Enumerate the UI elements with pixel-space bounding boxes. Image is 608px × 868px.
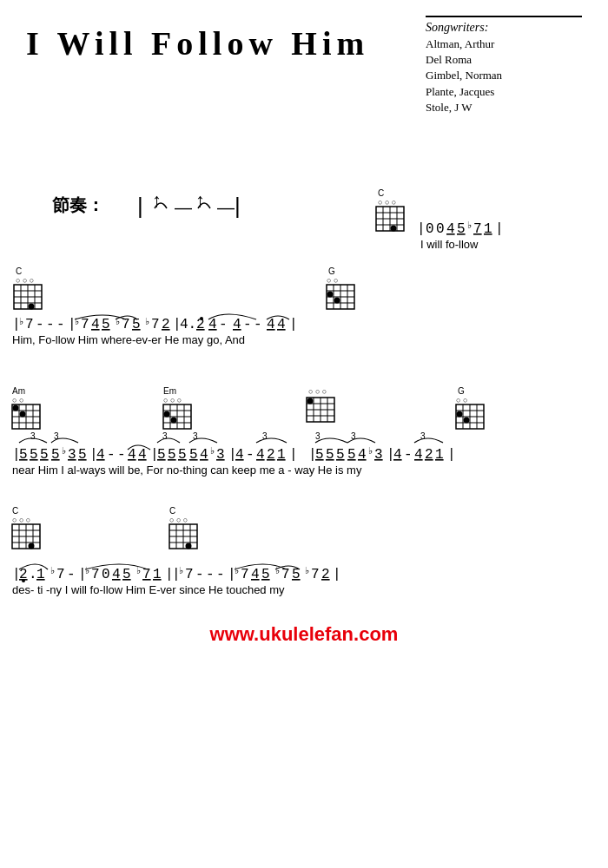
svg-text:-: - bbox=[246, 447, 254, 463]
svg-text:♭: ♭ bbox=[467, 220, 472, 231]
svg-text:Em: Em bbox=[163, 386, 176, 396]
svg-text:4.: 4. bbox=[180, 317, 196, 332]
svg-point-119 bbox=[464, 417, 470, 423]
svg-text:○ ○ ○: ○ ○ ○ bbox=[16, 276, 34, 285]
svg-text:-: - bbox=[36, 317, 44, 332]
svg-text:4: 4 bbox=[446, 221, 455, 237]
svg-text:7: 7 bbox=[56, 567, 65, 582]
svg-text:1: 1 bbox=[153, 567, 162, 582]
svg-text:|: | bbox=[495, 221, 504, 237]
svg-text:7: 7 bbox=[473, 221, 482, 237]
svg-text:○ ○ ○: ○ ○ ○ bbox=[163, 396, 182, 404]
svg-text:5: 5 bbox=[157, 447, 166, 463]
svg-text:4: 4 bbox=[256, 447, 265, 463]
songwriter-5: Stole, J W bbox=[426, 100, 582, 115]
svg-text:3: 3 bbox=[374, 447, 383, 463]
svg-text:1: 1 bbox=[435, 447, 444, 463]
svg-text:7: 7 bbox=[151, 317, 160, 332]
songwriter-1: Altman, Arthur bbox=[426, 36, 582, 52]
svg-text:0: 0 bbox=[426, 221, 434, 237]
svg-text:-: - bbox=[243, 317, 252, 332]
svg-text:G: G bbox=[458, 386, 465, 396]
svg-point-108 bbox=[307, 398, 314, 404]
svg-text:des- ti -ny          I will  f: des- ti -ny I will fo-llow Him E-ver sin… bbox=[12, 583, 285, 596]
svg-text:5: 5 bbox=[347, 447, 356, 463]
svg-text:♭: ♭ bbox=[19, 317, 23, 327]
song-title: I Will Follow Him bbox=[26, 16, 369, 62]
svg-point-195 bbox=[22, 579, 25, 582]
svg-point-16 bbox=[391, 225, 397, 231]
svg-text:♭: ♭ bbox=[235, 566, 239, 576]
svg-text:4: 4 bbox=[358, 447, 367, 463]
svg-text:節奏：: 節奏： bbox=[52, 195, 104, 214]
svg-text:3: 3 bbox=[216, 447, 225, 463]
svg-text:♭: ♭ bbox=[136, 566, 141, 576]
svg-text:5: 5 bbox=[261, 567, 270, 582]
svg-point-68 bbox=[200, 317, 203, 320]
svg-text:4: 4 bbox=[112, 567, 121, 582]
svg-text:3: 3 bbox=[30, 431, 36, 441]
svg-text:♭: ♭ bbox=[50, 566, 55, 576]
svg-text:♭: ♭ bbox=[179, 566, 183, 576]
svg-text:5: 5 bbox=[40, 447, 49, 463]
svg-text:-: - bbox=[56, 317, 65, 332]
svg-text:4: 4 bbox=[96, 447, 105, 463]
svg-text:5: 5 bbox=[102, 317, 110, 332]
svg-text:4: 4 bbox=[235, 447, 244, 463]
svg-text:|: | bbox=[289, 447, 298, 463]
svg-text:○  ○: ○ ○ bbox=[327, 276, 338, 285]
songwriter-3: Gimbel, Norman bbox=[426, 68, 582, 83]
svg-point-98 bbox=[164, 411, 170, 417]
svg-text:|: | bbox=[417, 221, 426, 237]
svg-text:5: 5 bbox=[178, 447, 187, 463]
svg-text:♭: ♭ bbox=[62, 446, 66, 457]
footer-url: www.ukulelefan.com bbox=[209, 623, 399, 645]
svg-text:near Him I  al-ways will be,  : near Him I al-ways will be, For no-thing… bbox=[12, 464, 362, 477]
svg-text:4: 4 bbox=[277, 317, 286, 332]
svg-text:4: 4 bbox=[393, 447, 402, 463]
svg-text:2: 2 bbox=[162, 317, 170, 332]
svg-text:Am: Am bbox=[12, 386, 25, 396]
svg-text:7: 7 bbox=[81, 317, 89, 332]
svg-text:5: 5 bbox=[457, 221, 466, 237]
svg-text:♭: ♭ bbox=[368, 446, 373, 457]
svg-text:1: 1 bbox=[36, 567, 45, 582]
svg-text:C: C bbox=[12, 506, 18, 516]
svg-text:7: 7 bbox=[25, 317, 34, 332]
svg-text:7: 7 bbox=[241, 567, 249, 582]
songwriter-2: Del Roma bbox=[426, 52, 582, 68]
svg-point-46 bbox=[327, 291, 334, 297]
svg-text:4: 4 bbox=[128, 447, 136, 463]
svg-text:-: - bbox=[117, 447, 126, 463]
svg-point-47 bbox=[334, 297, 340, 303]
svg-text:7: 7 bbox=[91, 567, 100, 582]
svg-text:|: | bbox=[447, 447, 456, 463]
svg-text:5: 5 bbox=[30, 447, 38, 463]
svg-text:5: 5 bbox=[315, 447, 324, 463]
svg-text:-: - bbox=[67, 567, 76, 582]
svg-text:—: — bbox=[175, 198, 192, 217]
svg-text:-: - bbox=[206, 567, 215, 582]
svg-point-36 bbox=[29, 303, 35, 309]
header: I Will Follow Him Songwriters: Altman, A… bbox=[0, 0, 608, 115]
svg-text:5: 5 bbox=[51, 447, 60, 463]
svg-text:4: 4 bbox=[414, 447, 423, 463]
svg-text:1: 1 bbox=[277, 447, 286, 463]
svg-text:○  ○: ○ ○ bbox=[456, 396, 467, 404]
svg-text:7: 7 bbox=[311, 567, 320, 582]
svg-text:○ ○ ○: ○ ○ ○ bbox=[169, 516, 188, 524]
svg-text:♭: ♭ bbox=[210, 446, 215, 457]
svg-text:2: 2 bbox=[267, 447, 275, 463]
svg-text:C: C bbox=[16, 266, 22, 276]
svg-text:5: 5 bbox=[336, 447, 345, 463]
svg-text:1: 1 bbox=[484, 221, 492, 237]
svg-text:5: 5 bbox=[326, 447, 334, 463]
svg-text:7: 7 bbox=[185, 567, 194, 582]
svg-text:|: | bbox=[235, 193, 241, 219]
svg-text:-: - bbox=[46, 317, 55, 332]
svg-text:-: - bbox=[219, 317, 228, 332]
svg-text:-: - bbox=[107, 447, 116, 463]
music-notation: 節奏： | ↑ — ↑ — | C ○ ○ ○ | 0 0 4 5 ♭ 7 1 … bbox=[0, 120, 608, 868]
svg-text:-: - bbox=[216, 567, 225, 582]
svg-text:♭: ♭ bbox=[145, 317, 149, 327]
